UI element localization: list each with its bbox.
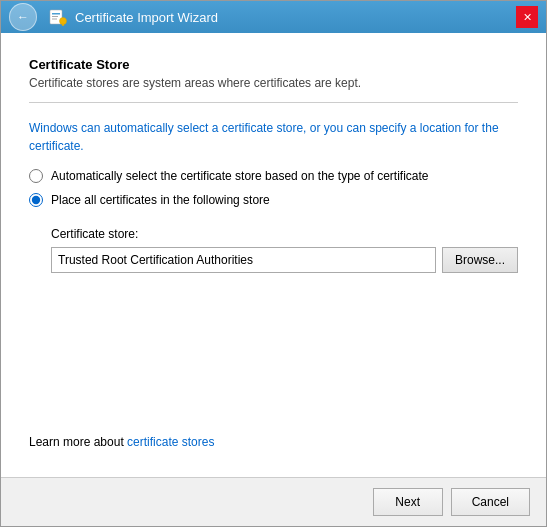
divider [29, 102, 518, 103]
store-label: Certificate store: [51, 227, 518, 241]
section-title: Certificate Store [29, 57, 518, 72]
certificate-import-wizard-window: ← Certificate Import Wizard ✕ Certificat… [0, 0, 547, 527]
close-button[interactable]: ✕ [516, 6, 538, 28]
radio-manual-label: Place all certificates in the following … [51, 193, 270, 207]
store-input-row: Browse... [51, 247, 518, 273]
radio-auto-input[interactable] [29, 169, 43, 183]
footer: Next Cancel [1, 477, 546, 526]
radio-manual-input[interactable] [29, 193, 43, 207]
title-bar: ← Certificate Import Wizard ✕ [1, 1, 546, 33]
back-button[interactable]: ← [9, 3, 37, 31]
certificate-icon [49, 8, 67, 26]
radio-auto-label: Automatically select the certificate sto… [51, 169, 429, 183]
browse-button[interactable]: Browse... [442, 247, 518, 273]
info-text-content: Windows can automatically select a certi… [29, 121, 499, 153]
radio-auto-item[interactable]: Automatically select the certificate sto… [29, 169, 518, 183]
spacer [29, 273, 518, 435]
learn-more-section: Learn more about certificate stores [29, 435, 518, 449]
svg-rect-1 [52, 13, 60, 15]
svg-rect-3 [52, 19, 57, 20]
next-button[interactable]: Next [373, 488, 443, 516]
info-text: Windows can automatically select a certi… [29, 119, 518, 155]
cert-icon-wrapper [49, 8, 67, 26]
back-icon: ← [17, 10, 29, 24]
learn-more-prefix: Learn more about [29, 435, 127, 449]
radio-manual-item[interactable]: Place all certificates in the following … [29, 193, 518, 207]
section-description: Certificate stores are system areas wher… [29, 76, 518, 90]
title-bar-left: ← Certificate Import Wizard [9, 3, 218, 31]
radio-group: Automatically select the certificate sto… [29, 169, 518, 207]
svg-rect-2 [52, 16, 58, 17]
main-content: Certificate Store Certificate stores are… [1, 33, 546, 477]
window-title: Certificate Import Wizard [75, 10, 218, 25]
title-bar-controls: ✕ [516, 6, 538, 28]
store-section: Certificate store: Browse... [51, 227, 518, 273]
learn-more-link[interactable]: certificate stores [127, 435, 214, 449]
store-input[interactable] [51, 247, 436, 273]
cancel-button[interactable]: Cancel [451, 488, 530, 516]
